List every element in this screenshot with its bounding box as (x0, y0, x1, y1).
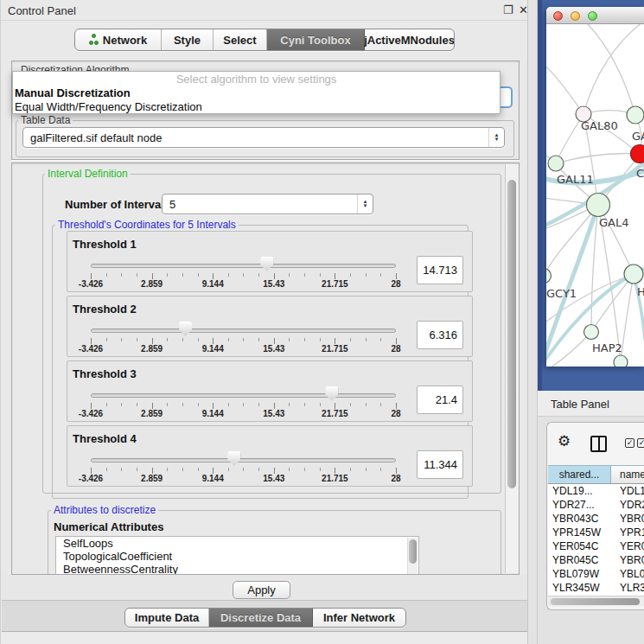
table-data-combobox[interactable]: galFiltered.sif default node ▲▼ (22, 127, 505, 148)
table-data-label: Table Data (18, 114, 73, 126)
settings-scrollbar-thumb[interactable] (507, 180, 516, 488)
popup-placeholder: Select algorithm to view settings (13, 72, 500, 86)
table-row[interactable]: YBR045CYBR0... (548, 553, 644, 567)
number-of-intervals-label: Number of Intervals (65, 198, 170, 211)
network-graph: GAL80 GA GAL11 C GAL4 GCY1 H HAP2 (546, 24, 644, 367)
threshold-3-panel: Threshold 3 -3.4262.8599.14415.4321.7152… (67, 360, 473, 422)
algorithm-dropdown-popup: Select algorithm to view settings Manual… (12, 71, 501, 114)
node-gcy1[interactable] (546, 269, 552, 284)
threshold-2-label: Threshold 2 (73, 303, 137, 316)
slider-tick-labels: -3.4262.8599.14415.4321.71528 (91, 409, 396, 419)
node-hap2[interactable] (584, 325, 599, 340)
node-cut-right[interactable] (624, 265, 643, 284)
table-row[interactable]: YBR043CYBR0... (548, 512, 644, 526)
threshold-3-slider-thumb[interactable] (325, 386, 338, 401)
list-item-topologicalcoefficient[interactable]: TopologicalCoefficient (56, 550, 418, 563)
node-cut-top-right[interactable] (627, 106, 644, 124)
table-row[interactable]: YPR145WYPR1... (548, 526, 644, 539)
tab-network[interactable]: Network (75, 29, 162, 50)
tab-impute-data-label: Impute Data (135, 611, 199, 624)
number-of-intervals-combobox[interactable]: 5 ▲▼ (162, 194, 373, 214)
threshold-2-slider-thumb[interactable] (179, 322, 192, 336)
table-scrollbar-thumb[interactable] (551, 598, 640, 605)
node-label-cut-ga: GA (632, 130, 644, 143)
checkbox-filter-icon[interactable]: ✓ (625, 438, 634, 448)
table-row[interactable]: YBL079WYBL0... (548, 567, 644, 581)
zoom-traffic-light-icon[interactable] (588, 11, 597, 21)
gear-icon[interactable]: ⚙ (558, 432, 571, 450)
list-scrollbar-thumb[interactable] (409, 539, 417, 564)
table-panel-titlebar: Table Panel (538, 391, 644, 417)
network-canvas[interactable]: GAL80 GA GAL11 C GAL4 GCY1 H HAP2 (546, 24, 644, 367)
list-scrollbar[interactable] (407, 538, 418, 574)
table-row[interactable]: YER054CYER0... (548, 539, 644, 553)
tab-select[interactable]: Select (214, 29, 267, 50)
threshold-1-panel: Threshold 1 -3.4262.8599.14415.4321.7152… (67, 231, 473, 292)
node-label-gal80: GAL80 (581, 119, 618, 132)
node-selected-red[interactable] (631, 145, 644, 163)
popup-item-manual-discretization[interactable]: Manual Discretization (13, 86, 500, 100)
threshold-4-slider-thumb[interactable] (227, 451, 240, 466)
table-horizontal-scrollbar[interactable] (548, 596, 644, 606)
threshold-2-panel: Threshold 2 -3.4262.8599.14415.4321.7152… (67, 296, 473, 357)
column-header-shared-name[interactable]: shared... (548, 466, 611, 483)
interval-definition-label: Interval Definition (45, 168, 131, 180)
apply-button[interactable]: Apply (233, 581, 290, 599)
threshold-3-label: Threshold 3 (73, 367, 137, 380)
threshold-1-slider-thumb[interactable] (260, 257, 273, 271)
top-tab-bar: Network Style Select Cyni Toolbox jActiv… (74, 29, 455, 51)
table-row[interactable]: YDR27...YDR2... (548, 498, 644, 512)
threshold-4-panel: Threshold 4 -3.4262.8599.14415.4321.7152… (67, 425, 473, 487)
node-label-cut-h: H (637, 285, 644, 298)
slider-ticks-major (91, 403, 397, 409)
tab-select-label: Select (223, 34, 256, 47)
column-header-name[interactable]: name (611, 466, 644, 483)
tab-jactivemnodules-label: jActiveMNodules (364, 34, 455, 47)
popup-item-equal-width[interactable]: Equal Width/Frequency Discretization (13, 100, 500, 114)
settings-scroll-box: Interval Definition Number of Intervals … (11, 163, 520, 575)
table-row[interactable]: YDL19...YDL1... (548, 484, 644, 498)
threshold-4-value-field[interactable]: 11.344 (417, 450, 463, 479)
threshold-4-label: Threshold 4 (73, 432, 137, 445)
tab-cyni-toolbox[interactable]: Cyni Toolbox (267, 29, 365, 50)
stepper-icon[interactable]: ▲▼ (357, 194, 373, 214)
slider-tick-labels: -3.4262.8599.14415.4321.71528 (91, 344, 396, 354)
tab-style[interactable]: Style (162, 29, 214, 50)
numerical-attributes-list[interactable]: SelfLoops TopologicalCoefficient Between… (55, 536, 419, 575)
list-item-betweennesscentrality[interactable]: BetweennessCentrality (56, 563, 418, 575)
control-panel-title: Control Panel (8, 4, 76, 17)
bottom-tab-bar: Impute Data Discretize Data Infer Networ… (124, 608, 406, 628)
tab-cyni-toolbox-label: Cyni Toolbox (280, 34, 350, 47)
node-gal4[interactable] (587, 194, 610, 217)
slider-ticks-major (91, 273, 397, 279)
attributes-to-discretize-label: Attributes to discretize (51, 504, 158, 516)
network-view-window[interactable]: GAL80 GA GAL11 C GAL4 GCY1 H HAP2 (546, 7, 644, 367)
stepper-icon[interactable]: ▲▼ (488, 128, 504, 147)
slider-tick-labels: -3.4262.8599.14415.4321.71528 (91, 474, 396, 484)
tab-discretize-data[interactable]: Discretize Data (209, 609, 313, 627)
node-gal11[interactable] (548, 156, 564, 171)
tab-style-label: Style (174, 34, 201, 47)
list-item-selfloops[interactable]: SelfLoops (56, 537, 418, 550)
split-divider[interactable] (527, 0, 538, 644)
tab-impute-data[interactable]: Impute Data (125, 609, 209, 627)
tab-infer-network[interactable]: Infer Network (313, 609, 405, 627)
node-bottom[interactable] (614, 355, 628, 367)
close-traffic-light-icon[interactable] (553, 11, 563, 21)
tab-network-label: Network (103, 34, 147, 47)
column-layout-icon[interactable] (590, 436, 607, 452)
network-window-titlebar[interactable] (546, 7, 644, 24)
table-panel-title: Table Panel (551, 398, 609, 411)
threshold-3-value-field[interactable]: 21.4 (417, 386, 463, 414)
table-row[interactable]: YLR345WYLR3... (548, 581, 644, 595)
minimize-traffic-light-icon[interactable] (571, 11, 580, 21)
node-label-gal11: GAL11 (557, 173, 594, 186)
checkbox-filter-icon-2[interactable]: ✓ (637, 438, 644, 448)
threshold-1-label: Threshold 1 (73, 238, 137, 251)
tab-jactivemnodules[interactable]: jActiveMNodules (365, 29, 454, 50)
threshold-2-value-field[interactable]: 6.316 (417, 321, 463, 349)
threshold-1-value-field[interactable]: 14.713 (417, 256, 463, 284)
number-of-intervals-value: 5 (163, 198, 357, 211)
node-label-gcy1: GCY1 (546, 287, 577, 300)
float-window-icon[interactable]: ❐ (503, 3, 513, 16)
